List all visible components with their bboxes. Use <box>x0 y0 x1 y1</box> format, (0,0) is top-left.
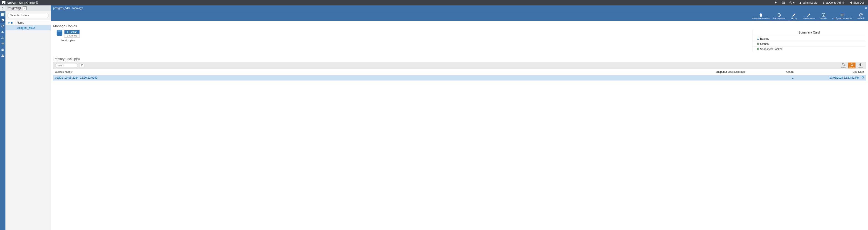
brand-product: SnapCenter® <box>19 1 38 4</box>
svg-rect-27 <box>2 55 3 56</box>
svg-rect-29 <box>8 22 10 23</box>
topbar: NetApp SnapCenter® ? ▾ administrator Sna… <box>0 0 868 5</box>
configure-credentials-button[interactable]: Configure Credentials <box>831 11 854 21</box>
cell-backup-name: psql01_10-08-2024_12.26.12.0249 <box>53 75 714 81</box>
rail-resources-icon[interactable] <box>0 17 5 23</box>
col-name-header[interactable]: Name <box>15 21 24 24</box>
brand-name: NetApp <box>7 1 18 4</box>
svg-rect-18 <box>2 43 4 44</box>
svg-rect-11 <box>3 15 4 16</box>
svg-rect-22 <box>1 49 4 50</box>
role-label[interactable]: SnapCenterAdmin <box>820 0 847 5</box>
rail-reports-icon[interactable] <box>0 29 5 35</box>
rail-alerts-icon[interactable] <box>0 52 5 59</box>
svg-rect-25 <box>3 49 3 50</box>
svg-point-16 <box>4 38 4 39</box>
svg-rect-48 <box>862 76 862 77</box>
plugin-label: PostgreSQL <box>7 7 22 10</box>
backup-now-button[interactable]: Back up Now <box>771 11 787 21</box>
manage-copies-title: Manage Copies <box>53 24 866 28</box>
svg-rect-10 <box>2 15 3 16</box>
svg-rect-40 <box>843 14 843 15</box>
delete-button[interactable]: Delete <box>857 63 864 69</box>
maintenance-button[interactable]: Maintenance <box>801 11 816 21</box>
rail-storage-icon[interactable] <box>0 41 5 47</box>
plugin-dropdown-button[interactable]: ▾ <box>23 6 27 10</box>
breadcrumb: postgres_5432 Topology <box>53 7 83 10</box>
local-copies-label: Local copies <box>61 39 75 42</box>
svg-rect-6 <box>1 14 2 15</box>
col-backup-name[interactable]: Backup Name <box>53 69 714 75</box>
restore-button[interactable]: Restore <box>848 63 856 69</box>
svg-rect-34 <box>823 15 824 16</box>
help-menu[interactable]: ? ▾ <box>787 0 797 5</box>
user-menu[interactable]: administrator <box>797 0 820 5</box>
chevron-down-icon: ▾ <box>793 1 795 4</box>
svg-rect-9 <box>1 15 2 16</box>
local-copies-card[interactable]: 1 Backup 0 Clones Local copies <box>53 30 83 42</box>
backups-count-badge: 1 Backup <box>64 30 80 34</box>
mail-icon[interactable] <box>779 0 787 5</box>
rail-expand-button[interactable] <box>0 5 5 11</box>
svg-rect-7 <box>2 14 3 15</box>
svg-rect-41 <box>842 15 842 16</box>
summary-card-title: Summary Card <box>752 30 866 36</box>
resource-row-postgres-5432[interactable]: postgres_5432 <box>5 25 51 30</box>
calendar-icon <box>861 76 864 79</box>
plugin-selector: PostgreSQL ▾ <box>5 5 51 11</box>
svg-rect-5 <box>3 13 4 13</box>
resource-sidebar: PostgreSQL ▾ Name postgres_5432 <box>5 5 51 230</box>
resource-name: postgres_5432 <box>15 26 35 30</box>
resource-list-header: Name <box>5 20 51 25</box>
summary-card: Summary Card 1 Backup 0 Clones 0 Snapsho… <box>752 30 866 52</box>
col-count[interactable]: Count <box>770 69 795 75</box>
svg-rect-35 <box>823 14 824 14</box>
svg-rect-24 <box>2 48 2 49</box>
rail-dashboard-icon[interactable] <box>0 11 5 17</box>
rail-hosts-icon[interactable] <box>0 35 5 41</box>
refresh-button[interactable]: Refresh <box>854 11 868 21</box>
sign-out-button[interactable]: Sign Out <box>847 0 866 5</box>
svg-rect-44 <box>842 63 844 65</box>
primary-backups-title: Primary Backup(s) <box>54 57 866 61</box>
svg-rect-49 <box>863 76 863 77</box>
svg-point-15 <box>2 38 3 39</box>
clones-count-line: 0 Clones <box>64 34 80 37</box>
primary-backups-toolbar: Clone Restore Delete <box>53 62 866 69</box>
summary-line-backup: 1 Backup <box>752 36 866 41</box>
backups-search-input[interactable] <box>55 63 78 68</box>
netapp-logo-icon <box>2 1 5 4</box>
backup-row[interactable]: psql01_10-08-2024_12.26.12.0249 1 10/08/… <box>53 75 866 81</box>
svg-rect-21 <box>1 49 4 49</box>
topology-action-bar: Remove Protection Back up Now Modify Mai… <box>51 11 868 21</box>
svg-rect-26 <box>2 50 3 51</box>
cell-snapshot-lock-expiration <box>714 75 770 81</box>
rail-settings-icon[interactable] <box>0 47 5 52</box>
sort-icons[interactable] <box>5 20 15 25</box>
cell-end-date: 10/08/2024 12:33:52 PM <box>795 75 866 81</box>
svg-point-19 <box>2 43 2 43</box>
svg-rect-37 <box>840 15 844 15</box>
svg-rect-17 <box>2 43 4 43</box>
svg-rect-45 <box>843 64 845 66</box>
clone-button[interactable]: Clone <box>840 63 847 69</box>
brand: NetApp SnapCenter® <box>2 1 38 4</box>
svg-text:?: ? <box>790 2 791 4</box>
svg-rect-8 <box>3 14 4 15</box>
storage-stack-icon <box>56 30 63 38</box>
details-button[interactable]: Details <box>816 11 831 21</box>
search-clusters-input[interactable] <box>7 13 49 18</box>
svg-point-14 <box>1 38 2 39</box>
svg-rect-4 <box>2 13 3 13</box>
close-topology-button[interactable]: × <box>865 6 867 10</box>
rail-monitor-icon[interactable] <box>0 23 5 29</box>
svg-rect-3 <box>1 13 2 13</box>
notifications-icon[interactable] <box>772 0 779 5</box>
remove-protection-button[interactable]: Remove Protection <box>750 11 772 21</box>
col-snapshot-lock-expiration[interactable]: Snapshot Lock Expiration <box>714 69 770 75</box>
summary-line-snapshots-locked: 0 Snapshots Locked <box>752 46 866 52</box>
filter-button[interactable] <box>79 63 84 68</box>
col-end-date[interactable]: End Date <box>795 69 866 75</box>
modify-button[interactable]: Modify <box>787 11 801 21</box>
svg-point-13 <box>2 36 3 37</box>
